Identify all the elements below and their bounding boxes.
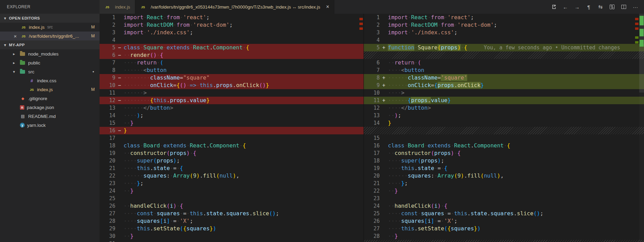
modified-code-line[interactable]: 20······squares:·Array(9).fill(null),: [364, 172, 644, 180]
close-icon[interactable]: ×: [326, 4, 329, 10]
split-editor-icon[interactable]: [619, 2, 628, 11]
chevron-down-icon[interactable]: ▾: [13, 70, 20, 74]
original-code-line[interactable]: 19··constructor(props)·{: [100, 149, 364, 157]
sign-spacer: [380, 149, 388, 157]
modified-code-line[interactable]: 10····>: [364, 89, 644, 97]
tree-item-package-json[interactable]: package.json: [0, 103, 100, 112]
modified-code-line[interactable]: 13··);: [364, 112, 644, 119]
tree-item-node-modules[interactable]: ▸node_modules: [0, 49, 100, 58]
modified-code-line[interactable]: 21····};: [364, 180, 644, 187]
render-whitespace-icon[interactable]: ¶: [584, 2, 593, 11]
original-code-line[interactable]: 15··}: [100, 119, 364, 127]
original-code-line[interactable]: 14····);: [100, 112, 364, 119]
more-actions-icon[interactable]: ···: [631, 2, 640, 11]
modified-filler-row[interactable]: [364, 51, 644, 59]
tree-item-src[interactable]: ▾src•: [0, 67, 100, 76]
modified-code-line[interactable]: 12····</button>: [364, 104, 644, 112]
modified-code-line[interactable]: 11+······{props.value}: [364, 97, 644, 104]
original-code-line[interactable]: 12−········{this.props.value}: [100, 97, 364, 104]
original-code-line[interactable]: 3import·'./index.css';: [100, 29, 364, 36]
original-code-line[interactable]: 1import·React·from·'react';: [100, 14, 364, 21]
code-token: ········: [124, 82, 150, 88]
original-code-line[interactable]: 29····this.setState({squares}): [100, 225, 364, 232]
tree-item--gitignore[interactable]: .gitignore: [0, 94, 100, 103]
original-code-line[interactable]: 27····const·squares·=·this.state.squares…: [100, 210, 364, 217]
modified-code-line[interactable]: 22··}: [364, 187, 644, 195]
original-code-line[interactable]: 11······>: [100, 89, 364, 97]
original-code-line[interactable]: 20····super(props);: [100, 157, 364, 165]
modified-code-line[interactable]: 15: [364, 134, 644, 142]
modified-code-line[interactable]: 3import·'./index.css';: [364, 29, 644, 36]
chevron-right-icon[interactable]: ▸: [13, 52, 20, 56]
chevron-right-icon[interactable]: ▸: [13, 61, 20, 65]
inline-view-icon[interactable]: [608, 2, 617, 11]
original-code-line[interactable]: 21····this.state·=·{: [100, 165, 364, 172]
original-code-line[interactable]: 25: [100, 195, 364, 202]
modified-code-line[interactable]: 9+······onClick={props.onClick}: [364, 82, 644, 89]
original-code-line[interactable]: 18class·Board·extends·React.Component·{: [100, 142, 364, 149]
original-code-line[interactable]: 23····};: [100, 180, 364, 187]
original-code-line[interactable]: 22······squares:·Array(9).fill(null),: [100, 172, 364, 180]
original-code-line[interactable]: 2import·ReactDOM·from·'react-dom';: [100, 21, 364, 29]
original-code-line[interactable]: 4: [100, 36, 364, 44]
modified-code-line[interactable]: 17··constructor(props)·{: [364, 149, 644, 157]
original-code-line[interactable]: 17: [100, 134, 364, 142]
modified-code-line[interactable]: 18····super(props);: [364, 157, 644, 165]
modified-code-line[interactable]: 26····squares[i]·=·'X';: [364, 217, 644, 225]
whitespace-dot: ·: [124, 67, 127, 73]
original-code-line[interactable]: 31: [100, 240, 364, 242]
open-editor-item[interactable]: index.jssrcM: [0, 23, 100, 32]
modified-code-line[interactable]: 6··return·(: [364, 59, 644, 66]
project-header[interactable]: ▾ MY-APP: [0, 40, 100, 49]
modified-code-line[interactable]: 19····this.state·=·{: [364, 165, 644, 172]
tree-item-yarn-lock[interactable]: yarn.lock: [0, 121, 100, 130]
modified-code-line[interactable]: 27····this.setState({squares}): [364, 225, 644, 232]
original-code-line[interactable]: 13······</button>: [100, 104, 364, 112]
modified-code-line[interactable]: 2import·ReactDOM·from·'react-dom';: [364, 21, 644, 29]
original-code-line[interactable]: 7····return·(: [100, 59, 364, 66]
scrollbar[interactable]: [639, 14, 644, 242]
original-code-line[interactable]: 30··}: [100, 232, 364, 240]
modified-code-line[interactable]: 4: [364, 36, 644, 44]
original-editor[interactable]: 1import·React·from·'react';2import·React…: [100, 14, 364, 242]
original-code-line[interactable]: 24··}: [100, 187, 364, 195]
tree-item-index-js[interactable]: index.jsM: [0, 85, 100, 94]
swap-sides-icon[interactable]: ⇆: [596, 2, 605, 11]
modified-code-line[interactable]: 16class·Board·extends·React.Component·{: [364, 142, 644, 149]
original-code-line[interactable]: 26··handleClick(i)·{: [100, 202, 364, 210]
modified-filler-row[interactable]: [364, 127, 644, 134]
original-code-line[interactable]: 28····squares[i]·=·'X';: [100, 217, 364, 225]
modified-code-line[interactable]: 1import·React·from·'react';: [364, 14, 644, 21]
modified-filler-row[interactable]: [364, 240, 644, 242]
modified-code-line[interactable]: 8+······className='square': [364, 74, 644, 82]
modified-code-line[interactable]: 28··}: [364, 232, 644, 240]
open-editor-item[interactable]: ×/var/folders/tn/ggn8r6_...M: [0, 32, 100, 40]
modified-editor[interactable]: 1import·React·from·'react';2import·React…: [364, 14, 644, 242]
original-code-line[interactable]: 10−········onClick={()·=>·this.props.onC…: [100, 82, 364, 89]
original-code-line[interactable]: 9−········className="square": [100, 74, 364, 82]
original-code-line[interactable]: 6−··render()·{: [100, 51, 364, 59]
open-file-icon[interactable]: [549, 2, 558, 11]
modified-code-line[interactable]: 7····<button: [364, 66, 644, 74]
tree-item-public[interactable]: ▸public: [0, 58, 100, 67]
original-code-line[interactable]: 5−class·Square·extends·React.Component·{: [100, 44, 364, 51]
next-change-icon[interactable]: →: [573, 2, 582, 11]
original-code-line[interactable]: 8······<button: [100, 66, 364, 74]
scrollbar-slider[interactable]: [639, 14, 644, 93]
code-token: this: [200, 82, 213, 88]
tree-item-index-css[interactable]: index.css: [0, 76, 100, 85]
modified-code-line[interactable]: 23: [364, 195, 644, 202]
modified-code-line[interactable]: 5+function·Square(props)·{You, a few sec…: [364, 44, 644, 51]
open-editors-header[interactable]: ▾ OPEN EDITORS: [0, 14, 100, 23]
modified-code-line[interactable]: 25····const·squares·=·this.state.squares…: [364, 210, 644, 217]
tree-item-readme-md[interactable]: README.md: [0, 112, 100, 121]
code-token: ): [173, 203, 177, 209]
original-code-line[interactable]: 16−}: [100, 127, 364, 134]
modified-code-line[interactable]: 24··handleClick(i)·{: [364, 202, 644, 210]
tab-diff[interactable]: /var/folders/tn/ggn8r6_x053144s73mwn_l7h…: [135, 0, 334, 14]
previous-change-icon[interactable]: ←: [561, 2, 570, 11]
close-icon[interactable]: ×: [14, 34, 21, 39]
modified-code-line[interactable]: 14}: [364, 119, 644, 127]
code-token: squares: [401, 218, 424, 224]
tab-index-js[interactable]: index.js: [100, 0, 135, 14]
